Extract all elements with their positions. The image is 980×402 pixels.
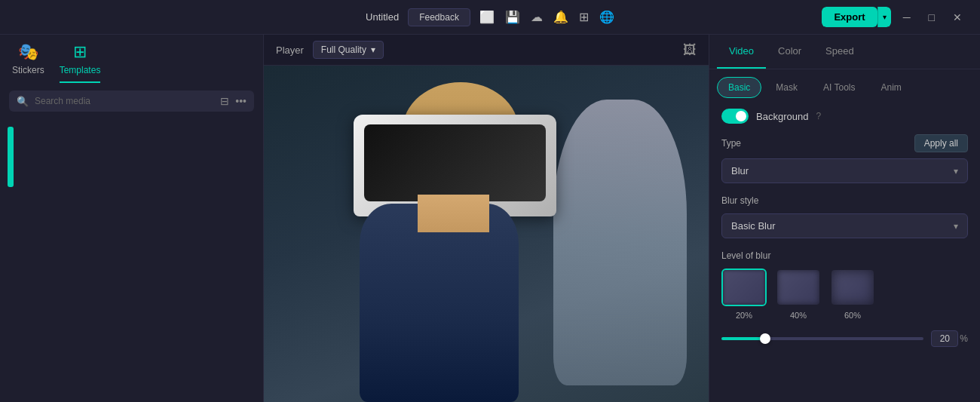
person-neck (418, 195, 490, 233)
blur-style-arrow-icon: ▾ (954, 221, 958, 232)
globe-icon[interactable]: 🌐 (599, 10, 614, 24)
blur-swatch-20[interactable] (721, 269, 767, 306)
background-row: Background ? (721, 109, 968, 124)
image-icon[interactable]: 🖼 (683, 42, 697, 58)
person-body (360, 204, 519, 402)
apply-all-button[interactable]: Apply all (914, 134, 968, 152)
title-bar: Untitled Feedback ⬜ 💾 ☁ 🔔 ⊞ 🌐 Export ▾ ─… (0, 0, 980, 35)
blur-option-60: 60% (830, 269, 875, 320)
toolbar-icons: ⬜ 💾 ☁ 🔔 ⊞ 🌐 (479, 10, 614, 24)
search-input[interactable] (35, 96, 214, 106)
stickers-tab-label: Stickers (12, 65, 44, 75)
blur-option-40: 40% (776, 269, 821, 320)
blur-swatch-40-inner (777, 270, 819, 305)
blur-style-value: Basic Blur (731, 220, 776, 232)
left-sidebar: 🎭 Stickers ⊞ Templates 🔍 ⊟ ••• (0, 35, 264, 402)
vr-lens (364, 124, 547, 201)
blur-swatch-60[interactable] (830, 269, 875, 306)
slider-value-display: 20 (931, 330, 958, 347)
video-scene (264, 66, 709, 402)
right-panel-tabs: Video Color Speed (709, 35, 980, 69)
type-label: Type (721, 138, 741, 149)
background-toggle[interactable] (721, 109, 749, 124)
player-label: Player (276, 44, 304, 56)
quality-value: Full Quality (321, 44, 366, 55)
templates-tab-label: Templates (60, 65, 101, 75)
sub-tab-basic[interactable]: Basic (717, 77, 761, 98)
close-button[interactable]: ✕ (947, 8, 968, 26)
export-dropdown-button[interactable]: ▾ (877, 7, 891, 27)
blur-swatch-20-inner (723, 270, 765, 305)
search-icon: 🔍 (17, 96, 29, 107)
video-frame[interactable] (264, 66, 709, 402)
sidebar-tab-stickers[interactable]: 🎭 Stickers (12, 42, 44, 83)
vr-person (331, 82, 620, 402)
level-of-blur-label: Level of blur (721, 250, 968, 261)
blur-options: 20% 40% 60% (721, 269, 968, 320)
notification-icon[interactable]: 🔔 (553, 10, 568, 24)
sidebar-tabs: 🎭 Stickers ⊞ Templates (0, 35, 263, 83)
background-label: Background (756, 111, 808, 122)
slider-unit: % (960, 333, 968, 344)
right-panel: Video Color Speed Basic Mask AI Tools An… (709, 35, 980, 402)
quality-select[interactable]: Full Quality ▾ (313, 41, 384, 59)
save-icon[interactable]: 💾 (505, 10, 520, 24)
sidebar-media-area (0, 119, 263, 402)
feedback-button[interactable]: Feedback (408, 8, 470, 26)
sidebar-search-bar: 🔍 ⊟ ••• (9, 91, 254, 112)
type-dropdown-arrow-icon: ▾ (954, 166, 958, 176)
media-item[interactable] (8, 127, 14, 187)
type-dropdown[interactable]: Blur ▾ (721, 158, 968, 183)
blur-swatch-60-inner (831, 270, 874, 305)
right-sub-tabs: Basic Mask AI Tools Anim (709, 69, 980, 98)
blur-pct-20: 20% (736, 311, 752, 320)
export-group: Export ▾ (822, 7, 890, 27)
tab-speed[interactable]: Speed (813, 35, 866, 69)
quality-arrow-icon: ▾ (371, 44, 375, 55)
blur-pct-40: 40% (790, 311, 807, 320)
stickers-icon: 🎭 (18, 42, 38, 62)
cloud-save-icon[interactable]: ☁ (531, 10, 543, 24)
tab-color[interactable]: Color (766, 35, 813, 69)
title-bar-center: Untitled Feedback ⬜ 💾 ☁ 🔔 ⊞ 🌐 (331, 8, 650, 26)
blur-style-label: Blur style (721, 195, 968, 206)
sub-tab-mask[interactable]: Mask (764, 77, 809, 98)
type-dropdown-value: Blur (731, 165, 749, 176)
blur-swatch-40[interactable] (776, 269, 821, 306)
help-icon[interactable]: ? (816, 111, 821, 121)
tab-video[interactable]: Video (717, 35, 766, 69)
blur-slider[interactable] (721, 337, 923, 340)
main-content: 🎭 Stickers ⊞ Templates 🔍 ⊟ ••• Player Fu (0, 35, 980, 402)
filter-icon[interactable]: ⊟ (220, 95, 229, 107)
blur-pct-60: 60% (844, 311, 861, 320)
export-button[interactable]: Export (822, 7, 877, 27)
sub-tab-anim[interactable]: Anim (869, 77, 912, 98)
app-title: Untitled (366, 11, 399, 23)
minimize-button[interactable]: ─ (897, 8, 917, 26)
slider-value-box: 20 % (931, 330, 968, 347)
blur-style-dropdown[interactable]: Basic Blur ▾ (721, 213, 968, 238)
search-actions: ⊟ ••• (220, 95, 247, 107)
player-area: Player Full Quality ▾ 🖼 (264, 35, 709, 402)
background-section: Background ? Type Apply all Blur ▾ Blur … (709, 98, 980, 358)
title-bar-right: Export ▾ ─ □ ✕ (649, 7, 968, 27)
more-icon[interactable]: ••• (235, 95, 247, 107)
blur-slider-row: 20 % (721, 330, 968, 347)
templates-icon: ⊞ (73, 42, 87, 62)
sub-tab-ai-tools[interactable]: AI Tools (812, 77, 866, 98)
player-header: Player Full Quality ▾ 🖼 (264, 35, 709, 66)
type-row: Type Apply all (721, 134, 968, 152)
sidebar-tab-templates[interactable]: ⊞ Templates (60, 42, 101, 83)
grid-icon[interactable]: ⊞ (579, 10, 589, 24)
monitor-icon[interactable]: ⬜ (479, 10, 495, 24)
blur-option-20: 20% (721, 269, 767, 320)
maximize-button[interactable]: □ (923, 8, 941, 26)
